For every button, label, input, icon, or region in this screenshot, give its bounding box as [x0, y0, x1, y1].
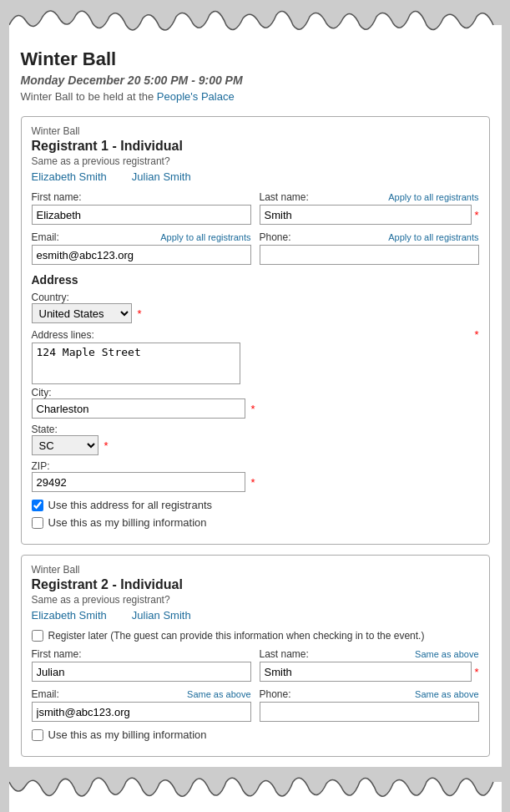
reg2-lastname-group: Last name: Same as above *: [260, 648, 479, 682]
reg2-lastname-label: Last name:: [260, 648, 309, 660]
reg1-zip-row: ZIP: *: [32, 460, 479, 492]
reg2-same-as-label: Same as a previous registrant?: [32, 594, 479, 606]
reg1-lastname-label-row: Last name: Apply to all registrants: [260, 191, 479, 203]
reg1-country-label: Country:: [32, 292, 479, 303]
reg2-lastname-input-wrap: *: [260, 662, 479, 682]
reg1-email-group: Email: Apply to all registrants: [32, 231, 251, 265]
page-wrapper: Winter Ball Monday December 20 5:00 PM -…: [9, 0, 502, 812]
reg1-checkbox1[interactable]: [32, 500, 43, 511]
reg1-city-input[interactable]: [32, 398, 245, 419]
reg1-email-input[interactable]: [32, 245, 251, 265]
reg2-phone-group: Phone: Same as above: [260, 688, 479, 722]
reg1-checkbox1-row: Use this address for all registrants: [32, 499, 479, 511]
reg2-prev-registrants: Elizabeth Smith Julian Smith: [32, 609, 479, 622]
event-title: Winter Ball: [21, 48, 490, 70]
reg2-event-label: Winter Ball: [32, 564, 479, 576]
reg1-apply-all-lastname[interactable]: Apply to all registrants: [388, 192, 478, 202]
reg1-firstname-input[interactable]: [32, 205, 251, 225]
reg2-lastname-input[interactable]: [260, 662, 472, 682]
reg1-prev2-link[interactable]: Julian Smith: [132, 170, 191, 183]
reg1-country-row: Country: United States *: [32, 292, 479, 323]
registrant2-box: Winter Ball Registrant 2 - Individual Sa…: [21, 555, 490, 757]
reg1-lastname-required: *: [474, 209, 478, 221]
reg2-email-input[interactable]: [32, 702, 251, 722]
reg1-firstname-group: First name:: [32, 191, 251, 225]
reg2-email-phone-row: Email: Same as above Phone: Same as abov…: [32, 688, 479, 722]
reg1-firstname-label: First name:: [32, 191, 82, 203]
reg1-title: Registrant 1 - Individual: [32, 139, 479, 154]
reg1-city-label: City:: [32, 387, 479, 398]
reg1-checkbox2-row: Use this as my billing information: [32, 516, 479, 529]
reg1-country-required: *: [138, 307, 142, 320]
reg1-zip-label: ZIP:: [32, 460, 479, 472]
reg1-state-row: State: SC *: [32, 424, 479, 455]
reg1-email-label: Email:: [32, 231, 59, 243]
reg1-address-textarea[interactable]: 124 Maple Street: [32, 343, 240, 384]
reg1-city-row: City: *: [32, 387, 479, 419]
reg1-country-select-wrap: United States *: [32, 303, 479, 323]
reg2-title: Registrant 2 - Individual: [32, 577, 479, 592]
reg2-same-above-email[interactable]: Same as above: [187, 689, 250, 699]
reg2-register-later-row: Register later (The guest can provide th…: [32, 630, 479, 642]
reg1-city-required: *: [251, 403, 255, 415]
registrant1-box: Winter Ball Registrant 1 - Individual Sa…: [21, 116, 490, 545]
reg2-name-row: First name: Last name: Same as above *: [32, 648, 479, 682]
reg1-lastname-input[interactable]: [260, 205, 472, 225]
location-link[interactable]: People's Palace: [157, 90, 235, 103]
reg1-email-phone-row: Email: Apply to all registrants Phone: A…: [32, 231, 479, 265]
event-header: Winter Ball Monday December 20 5:00 PM -…: [9, 40, 502, 109]
reg1-lastname-group: Last name: Apply to all registrants *: [260, 191, 479, 225]
reg1-apply-all-phone[interactable]: Apply to all registrants: [388, 232, 478, 242]
reg1-state-required: *: [104, 439, 109, 452]
torn-edge-top: [9, 0, 502, 40]
reg1-address-lines-section: Address lines: * 124 Maple Street: [32, 328, 479, 387]
reg2-lastname-required: *: [474, 666, 478, 678]
reg1-checkbox2-label: Use this as my billing information: [48, 516, 207, 529]
reg2-phone-input[interactable]: [260, 702, 479, 722]
reg1-address-lines-label-row: Address lines: *: [32, 328, 479, 341]
reg2-register-later-checkbox[interactable]: [32, 630, 43, 642]
event-location: Winter Ball to be held at the People's P…: [21, 90, 490, 103]
reg2-checkbox-row: Use this as my billing information: [32, 728, 479, 741]
reg2-lastname-label-row: Last name: Same as above: [260, 648, 479, 660]
reg1-phone-input[interactable]: [260, 245, 479, 265]
reg1-phone-label: Phone:: [260, 231, 291, 243]
reg1-country-select[interactable]: United States: [32, 303, 132, 323]
reg2-same-above-phone[interactable]: Same as above: [415, 689, 478, 699]
reg2-email-group: Email: Same as above: [32, 688, 251, 722]
reg2-same-above-lastname[interactable]: Same as above: [415, 649, 478, 659]
reg2-billing-checkbox[interactable]: [32, 729, 43, 741]
reg2-register-later-label: Register later (The guest can provide th…: [48, 630, 425, 642]
event-date: Monday December 20 5:00 PM - 9:00 PM: [21, 74, 490, 87]
reg1-zip-required: *: [251, 476, 255, 489]
reg1-phone-group: Phone: Apply to all registrants: [260, 231, 479, 265]
reg1-email-label-row: Email: Apply to all registrants: [32, 231, 251, 243]
reg1-prev1-link[interactable]: Elizabeth Smith: [32, 170, 107, 183]
reg2-firstname-group: First name:: [32, 648, 251, 682]
reg1-apply-all-email[interactable]: Apply to all registrants: [160, 232, 250, 242]
reg1-address-title: Address: [32, 273, 479, 287]
reg1-phone-label-row: Phone: Apply to all registrants: [260, 231, 479, 243]
reg1-address-required: *: [474, 328, 478, 341]
reg1-lastname-label: Last name:: [260, 191, 309, 203]
location-text: Winter Ball to be held at the: [21, 90, 157, 103]
reg1-city-input-wrap: *: [32, 398, 479, 419]
reg1-checkbox1-label: Use this address for all registrants: [48, 499, 213, 511]
reg1-state-select[interactable]: SC: [32, 435, 98, 455]
reg2-prev1-link[interactable]: Elizabeth Smith: [32, 609, 107, 622]
reg2-prev2-link[interactable]: Julian Smith: [132, 609, 191, 622]
reg2-firstname-label-row: First name:: [32, 648, 251, 660]
reg1-checkbox2[interactable]: [32, 517, 43, 529]
torn-edge-bottom: [9, 767, 502, 807]
reg1-lastname-input-wrap: *: [260, 205, 479, 225]
reg2-email-label-row: Email: Same as above: [32, 688, 251, 700]
reg1-zip-input[interactable]: [32, 472, 245, 492]
reg1-state-select-wrap: SC *: [32, 435, 479, 455]
reg2-firstname-label: First name:: [32, 648, 82, 660]
reg1-prev-registrants: Elizabeth Smith Julian Smith: [32, 170, 479, 183]
reg2-phone-label: Phone:: [260, 688, 291, 700]
reg1-state-label: State:: [32, 424, 479, 435]
reg1-address-lines-label: Address lines:: [32, 329, 94, 341]
reg2-firstname-input[interactable]: [32, 662, 251, 682]
reg1-address-section: Address Country: United States * Address…: [32, 273, 479, 492]
